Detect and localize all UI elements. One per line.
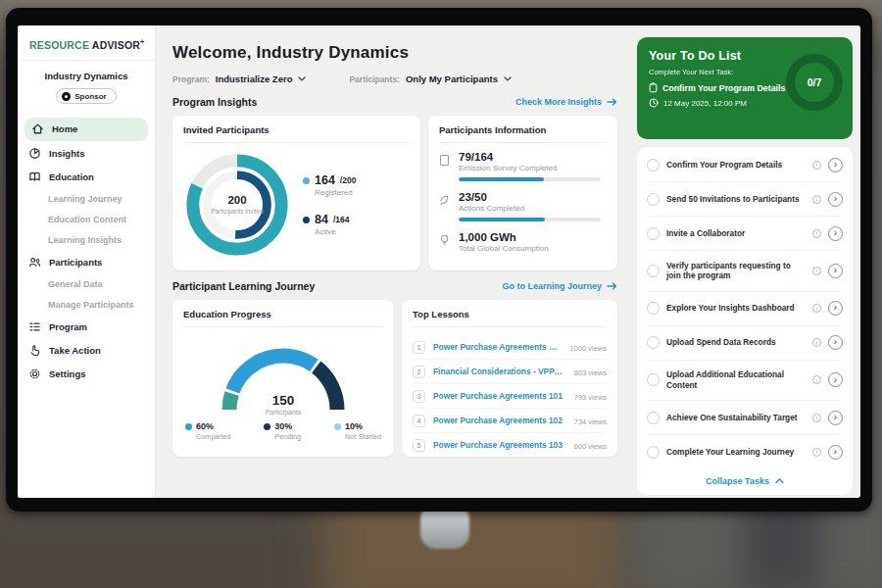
check-more-insights-link[interactable]: Check More Insights (515, 97, 617, 107)
sidebar-item-label: Insights (49, 148, 84, 159)
task-item[interactable]: Explore Your Insights Dashboard (647, 292, 843, 326)
checkbox-icon[interactable] (647, 336, 660, 349)
sidebar-item-label: Take Action (49, 345, 101, 356)
education-progress-card: Education Progress 150 Participants (172, 300, 394, 457)
sponsor-icon (62, 92, 71, 101)
sidebar-item-manage-participants[interactable]: Manage Participants (18, 295, 155, 316)
checkbox-icon[interactable] (647, 412, 660, 424)
chevron-right-icon[interactable] (828, 411, 843, 425)
lesson-link[interactable]: Power Purchase Agreements 102 (433, 416, 564, 425)
org-block: Industry Dynamics Sponsor (18, 61, 155, 115)
actions-progress-bar (459, 218, 601, 221)
program-select[interactable]: Program: Industrialize Zero (172, 74, 306, 84)
info-icon[interactable] (812, 195, 821, 204)
lesson-row: 1 Power Purchase Agreements 101 1000view… (413, 335, 607, 360)
info-icon[interactable] (812, 448, 821, 457)
info-icon[interactable] (812, 304, 821, 313)
sidebar-item-home[interactable]: Home (24, 118, 148, 141)
checkbox-icon[interactable] (647, 193, 660, 206)
participants-select-label: Participants: (349, 74, 400, 84)
task-item[interactable]: Achieve One Sustainability Target (647, 401, 843, 435)
task-item[interactable]: Upload Spend Data Records (647, 326, 843, 361)
logo-plus: + (140, 38, 144, 45)
task-item[interactable]: Send 50 Invitations to Participants (647, 182, 843, 217)
checkbox-icon[interactable] (647, 159, 660, 172)
insights-section-header: Program Insights Check More Insights (172, 96, 617, 108)
sidebar-item-general-data[interactable]: General Data (18, 274, 155, 295)
sidebar-item-label: Participants (49, 257, 102, 268)
checkbox-icon[interactable] (647, 446, 660, 459)
sidebar-item-insights[interactable]: Insights (18, 142, 155, 166)
checkbox-icon[interactable] (647, 302, 660, 315)
sidebar-item-education[interactable]: Education (18, 166, 155, 189)
chevron-right-icon[interactable] (828, 372, 843, 387)
info-icon[interactable] (812, 414, 821, 422)
logo-primary: RESOURCE (29, 39, 89, 51)
app-logo: RESOURCE ADVISOR+ (18, 25, 155, 61)
invited-donut-chart: 200 Participants Invited (183, 151, 291, 259)
lesson-row: 2 Financial Considerations - VPPAs 803vi… (413, 360, 607, 384)
task-item[interactable]: Invite a Collaborator (647, 217, 843, 251)
sidebar-item-take-action[interactable]: Take Action (18, 339, 155, 363)
sidebar-item-label: Home (52, 123, 77, 134)
legend-dot (303, 177, 310, 184)
legend-item-not-started: 10% Not Started (334, 421, 381, 441)
rank-badge: 2 (413, 366, 425, 378)
sidebar-item-participants[interactable]: Participants (18, 251, 155, 274)
chevron-right-icon[interactable] (828, 445, 843, 460)
chevron-right-icon[interactable] (828, 158, 843, 172)
task-item[interactable]: Upload Additional Educational Content (647, 361, 843, 402)
info-icon[interactable] (812, 338, 821, 347)
survey-icon (439, 154, 450, 167)
info-icon[interactable] (812, 267, 821, 275)
info-icon[interactable] (812, 375, 821, 384)
filter-bar: Program: Industrialize Zero Participants… (172, 74, 617, 84)
checkbox-icon[interactable] (647, 227, 660, 240)
info-icon[interactable] (812, 161, 821, 170)
legend-dot (303, 217, 310, 223)
chevron-right-icon[interactable] (828, 264, 843, 278)
sidebar-item-program[interactable]: Program (18, 316, 155, 339)
chevron-right-icon[interactable] (828, 335, 843, 350)
sidebar-item-learning-insights[interactable]: Learning Insights (18, 230, 155, 251)
checkbox-icon[interactable] (647, 373, 660, 386)
chevron-right-icon[interactable] (828, 192, 843, 207)
lesson-link[interactable]: Power Purchase Agreements 101 (433, 342, 561, 352)
sidebar-item-learning-journey[interactable]: Learning Journey (18, 189, 155, 210)
chevron-right-icon[interactable] (828, 226, 843, 241)
legend-item-active: 84 /164 Active (303, 213, 356, 236)
lesson-link[interactable]: Power Purchase Agreements 103 (433, 440, 564, 450)
education-icon (28, 171, 41, 183)
sponsor-badge[interactable]: Sponsor (56, 88, 116, 104)
scene: RESOURCE ADVISOR+ Industry Dynamics Spon… (0, 0, 882, 588)
chevron-right-icon[interactable] (828, 301, 843, 316)
task-item[interactable]: Confirm Your Program Details (647, 148, 843, 182)
legend-dot (185, 423, 192, 430)
chevron-down-icon (298, 76, 306, 81)
go-to-learning-journey-link[interactable]: Go to Learning Journey (502, 281, 617, 291)
sidebar-item-label: Program (49, 321, 87, 332)
actions-icon (439, 194, 450, 206)
participants-select[interactable]: Participants: Only My Participants (349, 74, 511, 84)
sidebar-item-settings[interactable]: Settings (18, 363, 155, 386)
collapse-tasks-link[interactable]: Collapse Tasks (647, 468, 843, 493)
info-row-actions: 23/50 Actions Completed (439, 191, 607, 221)
info-icon[interactable] (812, 229, 821, 238)
insights-icon (28, 147, 41, 160)
legend-dot (334, 423, 341, 430)
clock-icon (649, 98, 659, 108)
rank-badge: 4 (413, 415, 425, 427)
lesson-link[interactable]: Power Purchase Agreements 101 (433, 391, 564, 401)
journey-section-title: Participant Learning Journey (172, 280, 315, 292)
lesson-link[interactable]: Financial Considerations - VPPAs (433, 367, 564, 376)
todo-next-task: Confirm Your Program Details (662, 83, 785, 93)
donut-center-value: 200 (227, 194, 246, 206)
sidebar-item-label: Settings (49, 368, 85, 379)
task-item[interactable]: Verify participants requesting to join t… (647, 251, 843, 292)
sidebar-item-education-content[interactable]: Education Content (18, 210, 155, 230)
donut-legend: 164 /200 Registered 84 /164 (303, 173, 356, 236)
task-item[interactable]: Complete Your Learning Journey (647, 435, 843, 468)
checkbox-icon[interactable] (647, 265, 660, 277)
org-name: Industry Dynamics (24, 71, 149, 81)
participants-icon (28, 256, 41, 269)
